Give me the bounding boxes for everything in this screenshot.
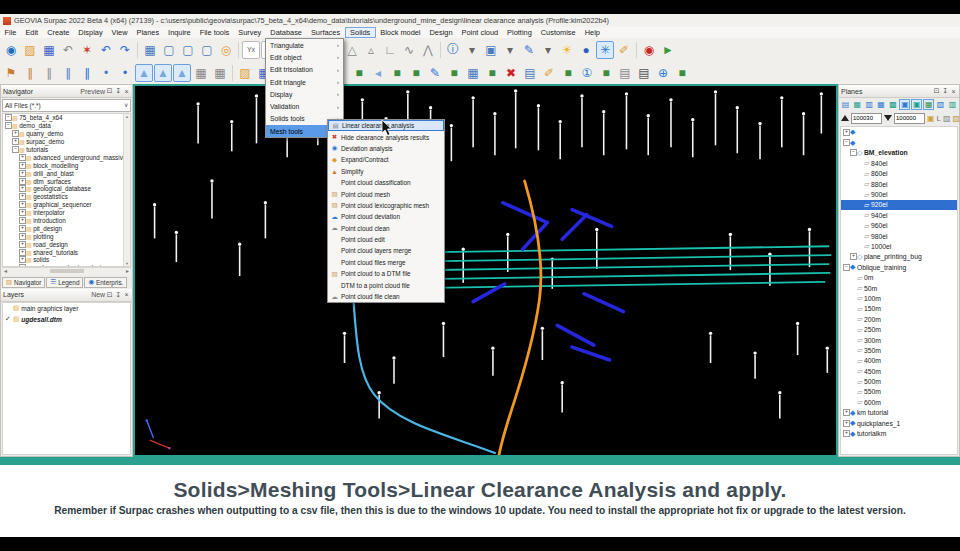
- collapse-icon[interactable]: −: [5, 122, 12, 129]
- target-icon[interactable]: ◎: [217, 41, 235, 59]
- menu-display[interactable]: Display: [74, 27, 107, 38]
- tree-item-stack[interactable]: −◆: [841, 137, 957, 147]
- snap-triangle-icon[interactable]: △: [343, 41, 361, 59]
- mesh-menu-point-cloud-lexicographic-mesh[interactable]: ▨Point cloud lexicographic mesh: [328, 200, 444, 211]
- expand-icon[interactable]: +: [19, 233, 26, 240]
- pin-icon[interactable]: ↧: [941, 87, 950, 95]
- view-settings-icon[interactable]: ▣: [482, 41, 500, 59]
- menu-inquire[interactable]: Inquire: [164, 27, 196, 38]
- save-icon[interactable]: ▦: [40, 41, 58, 59]
- new-layer-button[interactable]: New: [91, 291, 105, 298]
- mesh-menu-expand-contract[interactable]: ◆Expand/Contract: [328, 154, 444, 165]
- expand-icon[interactable]: +: [19, 225, 26, 232]
- tree-item-km-tutorial[interactable]: +◆km tutorial: [841, 408, 957, 418]
- tab-navigator[interactable]: ▨Navigator: [2, 277, 45, 288]
- menu-customise[interactable]: Customise: [536, 27, 580, 38]
- tree-item-880el[interactable]: ▱880el: [841, 179, 957, 189]
- point-edit-icon[interactable]: •: [116, 64, 134, 82]
- pillar-blue-icon[interactable]: ∥: [78, 64, 96, 82]
- solid-x-icon[interactable]: ✖: [502, 64, 520, 82]
- tree-item-surpac-demo[interactable]: +▨surpac_demo: [3, 138, 123, 146]
- plane-rows-icon[interactable]: ▥: [864, 99, 875, 110]
- expand-icon[interactable]: +: [843, 129, 850, 136]
- wand-icon[interactable]: ✐: [615, 41, 633, 59]
- pencil-icon[interactable]: ✎: [520, 41, 538, 59]
- hatch-dense-icon[interactable]: ▦: [211, 64, 229, 82]
- point-icon[interactable]: •: [97, 64, 115, 82]
- navigator-vscrollbar[interactable]: ▲▼: [123, 114, 130, 266]
- menu-create[interactable]: Create: [43, 27, 74, 38]
- zigzag-icon[interactable]: ∿: [400, 41, 418, 59]
- tree-item-drill-and-blast[interactable]: +▨drill_and_blast: [3, 169, 123, 177]
- solid-cut-icon[interactable]: ■: [407, 64, 425, 82]
- scroll-thumb[interactable]: [50, 269, 84, 273]
- monitor-refresh-icon[interactable]: ▢: [179, 41, 197, 59]
- float-icon[interactable]: ⊡: [105, 87, 114, 95]
- pillar-orange-icon[interactable]: ∥: [21, 64, 39, 82]
- solid-wand-icon[interactable]: ✐: [540, 64, 558, 82]
- undo-grey-icon[interactable]: ↶: [59, 41, 77, 59]
- info-icon[interactable]: ⓘ: [444, 41, 462, 59]
- sun-icon[interactable]: ☀: [558, 41, 576, 59]
- monitor-settings-icon[interactable]: ▢: [198, 41, 216, 59]
- menu-edit[interactable]: Edit: [21, 27, 43, 38]
- solids-menu-edit-triangle[interactable]: Edit triangle›: [266, 76, 343, 88]
- wheel-icon[interactable]: ✳: [596, 41, 614, 59]
- tree-item-tutorialkm[interactable]: +◆tutorialkm: [841, 428, 957, 438]
- play-icon[interactable]: ►: [659, 41, 677, 59]
- solid-back-icon[interactable]: ◂: [369, 64, 387, 82]
- tree-item-stack[interactable]: +◆: [841, 127, 957, 137]
- solids-menu-display[interactable]: Display›: [266, 88, 343, 100]
- menu-solids[interactable]: Solids: [345, 27, 376, 38]
- collapse-icon[interactable]: −: [843, 139, 850, 146]
- layer-row-main-graphics-layer[interactable]: ▨main graphics layer: [3, 303, 130, 314]
- tree-item-75-beta-4-x64[interactable]: −▨75_beta_4_x64: [3, 114, 123, 122]
- scroll-right-icon[interactable]: ►: [125, 268, 130, 274]
- solids-menu-triangulate[interactable]: Triangulate›: [266, 39, 343, 51]
- mesh-menu-point-cloud-deviation[interactable]: ☁Point cloud deviation: [328, 211, 444, 222]
- expand-icon[interactable]: +: [19, 217, 26, 224]
- file-filter-dropdown[interactable]: All Files (*.*) ˅: [2, 99, 131, 112]
- open-folder-icon[interactable]: ▨: [21, 41, 39, 59]
- menu-planes[interactable]: Planes: [132, 27, 164, 38]
- mesh-menu-point-cloud-to-a-dtm-file[interactable]: ▨Point cloud to a DTM file: [328, 268, 444, 279]
- tree-item-50m[interactable]: ▱50m: [841, 283, 957, 293]
- digitise-icon[interactable]: ∟: [381, 41, 399, 59]
- tree-item-400m[interactable]: ▱400m: [841, 356, 957, 366]
- mesh-menu-point-cloud-layers-merge[interactable]: Point cloud layers merge: [328, 245, 444, 256]
- tree-item-underground-mine-design[interactable]: −▨underground_mine_design: [3, 264, 123, 266]
- collapse-icon[interactable]: −: [19, 264, 26, 265]
- caret-icon[interactable]: ▾: [539, 41, 557, 59]
- menu-file-tools[interactable]: File tools: [195, 27, 234, 38]
- mesh-menu-dtm-to-a-point-cloud-file[interactable]: DTM to a point cloud file: [328, 279, 444, 290]
- tree-item-960el[interactable]: ▱960el: [841, 221, 957, 231]
- plane-copy-icon[interactable]: ▨: [943, 114, 951, 123]
- hatch-icon[interactable]: ▦: [192, 64, 210, 82]
- solids-menu-validation[interactable]: Validation›: [266, 100, 343, 112]
- record-icon[interactable]: ◉: [640, 41, 658, 59]
- copy-icon[interactable]: ▤: [616, 64, 634, 82]
- tree-item-920el[interactable]: ▱920el: [841, 200, 957, 210]
- select-triangle-icon[interactable]: ▲: [135, 64, 153, 82]
- snap-mesh-icon[interactable]: ▵: [362, 41, 380, 59]
- tree-item-940el[interactable]: ▱940el: [841, 210, 957, 220]
- pin-icon[interactable]: ↧: [114, 291, 123, 299]
- layer-checkbox[interactable]: ✓: [5, 315, 11, 323]
- mesh-menu-simplify[interactable]: ▲Simplify: [328, 166, 444, 177]
- plane-upper-input[interactable]: [851, 113, 882, 124]
- tree-item-300m[interactable]: ▱300m: [841, 335, 957, 345]
- plane-cols-icon[interactable]: ▦: [876, 99, 887, 110]
- segment-icon[interactable]: ⋀: [419, 41, 437, 59]
- tree-item-quarry-demo[interactable]: +▨quarry_demo: [3, 130, 123, 138]
- collapse-icon[interactable]: −: [850, 149, 857, 156]
- tree-item-860el[interactable]: ▱860el: [841, 169, 957, 179]
- plane-view-icon[interactable]: ▤: [840, 99, 851, 110]
- select-triangle-delete-icon[interactable]: ▲: [173, 64, 191, 82]
- pillar-merge-icon[interactable]: ∥: [59, 64, 77, 82]
- plane-book-icon[interactable]: ▨: [953, 114, 960, 123]
- graphics-viewport[interactable]: [133, 84, 838, 457]
- navigator-hscrollbar[interactable]: ◄ ►: [2, 267, 131, 275]
- solid-cube-icon[interactable]: ■: [445, 64, 463, 82]
- tab-enterpris[interactable]: ◉Enterpris.: [84, 277, 127, 288]
- menu-surfaces[interactable]: Surfaces: [306, 27, 344, 38]
